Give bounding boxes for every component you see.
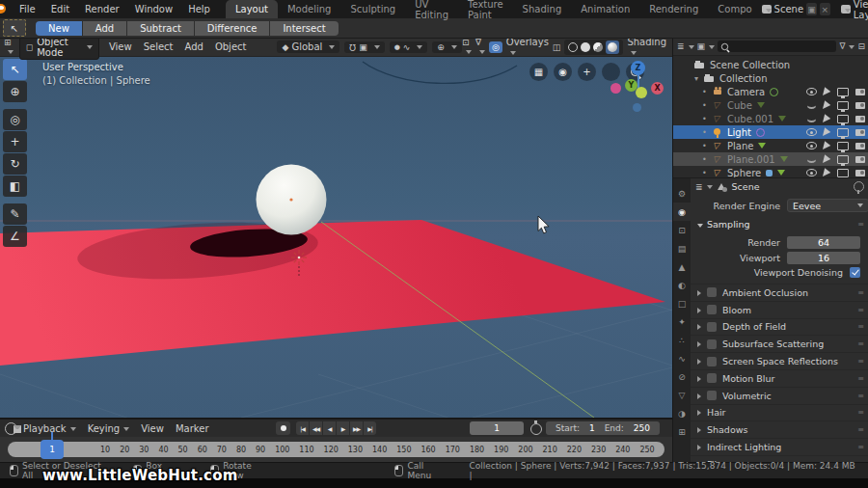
viewport-3d[interactable]: User Perspective (1) Collection | Sphere… [0,56,672,418]
expand-icon[interactable]: ▾ [694,74,704,83]
playhead[interactable]: 1 [41,440,64,459]
transport-button[interactable]: ◀◀ [310,421,322,435]
gizmo-x-axis[interactable]: X [651,82,664,95]
timeline-ruler[interactable]: 1020304050607080901001101201301401501601… [0,437,672,463]
outliner-collection-icon[interactable]: ▣ [697,41,716,51]
disable-viewport-icon[interactable] [837,142,849,150]
viewport-menu[interactable]: Add [179,41,209,52]
property-section[interactable]: Indirect Lighting [691,438,868,455]
disable-render-icon[interactable] [855,170,865,176]
workspace-tab[interactable]: Animation [571,0,639,18]
workspace-tab[interactable]: Layout [226,0,278,18]
expand-icon[interactable]: • [702,142,712,150]
boolean-mode-button[interactable]: Subtract [127,21,194,36]
solid-shading-button[interactable] [581,42,590,52]
section-checkbox[interactable] [707,322,717,332]
selectable-icon[interactable] [823,127,831,137]
scene-widget-button[interactable]: × [820,3,830,15]
properties-tab[interactable]: ⊡ [673,221,691,239]
visibility-dropdown-icon[interactable]: ⊡ [462,38,472,57]
menubar-item[interactable]: Help [180,4,218,14]
timeline-menu[interactable]: Keying [82,423,136,434]
editor-type-icon[interactable]: ⊞ [4,38,17,57]
material-shading-button[interactable] [593,42,603,52]
disable-viewport-icon[interactable] [837,155,849,164]
outliner-row[interactable]: • Plane [673,139,868,152]
hide-viewport-icon[interactable] [806,102,817,109]
section-checkbox[interactable] [707,357,717,366]
scene-selector-icon[interactable] [762,5,772,14]
properties-tab[interactable]: ▤ [673,239,691,258]
gizmo-center-ball[interactable] [636,87,647,98]
drag-handle-icon[interactable] [857,339,864,348]
transport-button[interactable]: |◀ [296,421,309,435]
expand-icon[interactable]: • [702,115,712,123]
property-section[interactable]: Screen Space Reflections [691,352,868,369]
drag-handle-icon[interactable] [857,392,864,400]
disable-render-icon[interactable] [855,89,865,95]
properties-tab[interactable]: ⊞ [673,422,691,441]
auto-keying-button[interactable] [276,421,290,435]
section-checkbox[interactable] [707,373,717,383]
nav-button[interactable]: ▦ [529,63,548,81]
properties-tab[interactable]: ◉ [673,203,691,221]
timeline-scrollbar[interactable]: 1020304050607080901001101201301401501601… [8,442,665,457]
new-collection-icon[interactable]: ⊟ [857,41,865,51]
property-section[interactable]: Depth of Field [691,318,868,336]
disable-render-icon[interactable] [855,156,865,163]
xray-toggle-icon[interactable]: ◫ [553,42,561,52]
properties-tab[interactable]: ◐ [673,276,691,294]
properties-tab[interactable]: ✦ [673,312,691,331]
sampling-section-header[interactable]: Sampling [691,219,868,230]
tool-button[interactable]: + [3,131,27,152]
outliner-row[interactable]: Scene Collection [673,58,868,71]
boolean-mode-button[interactable]: New [36,21,82,36]
render-engine-dropdown[interactable]: Eevee [787,199,868,212]
nav-button[interactable]: ◉ [554,63,572,81]
disable-render-icon[interactable] [855,143,865,149]
properties-tab[interactable]: ⚙ [673,184,691,203]
gizmo-neg-axis-ball[interactable] [610,83,621,94]
section-checkbox[interactable] [707,305,717,314]
boolean-mode-button[interactable]: Difference [195,21,270,36]
section-checkbox[interactable] [707,339,717,349]
shading-dropdown[interactable]: Shading [627,37,666,58]
disable-viewport-icon[interactable] [837,115,849,123]
menubar-item[interactable]: Render [77,4,127,14]
properties-tab[interactable]: □ [673,294,691,312]
overlays-toggle-icon[interactable]: ◎ [489,41,502,53]
active-tool-icon[interactable]: ↖ [3,19,26,37]
properties-tab[interactable]: ▲ [673,258,691,276]
selectable-icon[interactable] [823,168,831,177]
tool-button[interactable]: ✎ [3,203,27,225]
section-checkbox[interactable] [707,287,717,297]
transport-button[interactable]: ▶| [364,421,376,435]
nav-button[interactable]: + [578,63,596,81]
hide-viewport-icon[interactable] [806,88,817,95]
scene-name[interactable]: Scene [774,4,804,14]
outliner-row[interactable]: • Camera [673,85,868,98]
viewport-menu[interactable]: Select [138,41,179,52]
outliner-row[interactable]: • Light [673,125,868,139]
transform-orientation-dropdown[interactable]: ◆ Global [277,41,339,53]
gizmo-z-axis[interactable]: Z [631,61,645,75]
outliner-row[interactable]: ▾ Collection [673,71,868,85]
transport-button[interactable]: ◀ [323,421,336,435]
boolean-mode-button[interactable]: Intersect [270,21,338,36]
workspace-tab[interactable]: Shading [513,0,572,18]
wireframe-shading-button[interactable] [568,42,578,52]
view-layer-selector-icon[interactable] [841,5,851,14]
drag-handle-icon[interactable] [857,408,864,417]
expand-icon[interactable]: • [702,155,712,164]
hide-viewport-icon[interactable] [806,169,817,176]
selectable-icon[interactable] [823,154,831,164]
proportional-editing-dropdown[interactable]: ● ∿ [390,41,428,53]
viewport-denoising-checkbox[interactable] [850,267,860,278]
properties-tab[interactable]: ▽ [673,386,691,404]
expand-icon[interactable]: • [702,128,712,137]
disable-render-icon[interactable] [855,129,865,136]
disable-viewport-icon[interactable] [837,169,849,177]
selectable-icon[interactable] [823,114,831,123]
workspace-tab[interactable]: Compo [708,0,761,18]
hide-viewport-icon[interactable] [806,156,817,163]
